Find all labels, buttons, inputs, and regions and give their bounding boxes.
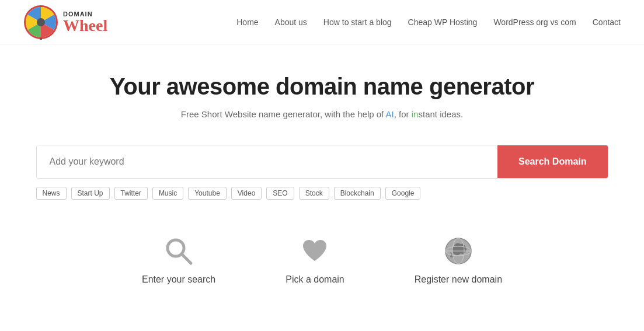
nav-hosting[interactable]: Cheap WP Hosting — [408, 18, 478, 27]
subheadline-suffix: , for — [394, 109, 412, 119]
keyword-tag[interactable]: Start Up — [71, 187, 110, 200]
search-bar: Search Domain — [36, 145, 608, 179]
main-nav: Home About us How to start a blog Cheap … — [236, 18, 621, 27]
keyword-tag[interactable]: Music — [152, 187, 183, 200]
svg-line-5 — [182, 254, 191, 263]
search-container: Search Domain — [36, 145, 608, 179]
nav-wordpress[interactable]: WordPress org vs com — [493, 18, 576, 27]
keyword-tag[interactable]: Blockchain — [334, 187, 381, 200]
feature-pick-label: Pick a domain — [286, 274, 344, 285]
header: DOMAIN Wheel Home About us How to start … — [0, 0, 644, 44]
globe-icon — [442, 235, 475, 267]
subheadline-prefix: Free Short Website name generator, with … — [181, 109, 386, 119]
subheadline-for: in — [412, 109, 419, 119]
nav-home[interactable]: Home — [236, 18, 258, 27]
main-content: Your awesome domain name generator Free … — [0, 44, 644, 308]
search-input[interactable] — [37, 145, 498, 178]
features-section: Enter your search Pick a domain — [142, 235, 502, 285]
keyword-tag[interactable]: Google — [385, 187, 421, 200]
page-headline: Your awesome domain name generator — [110, 74, 534, 100]
nav-about[interactable]: About us — [275, 18, 307, 27]
logo-area: DOMAIN Wheel — [23, 5, 107, 40]
keyword-tag[interactable]: News — [36, 187, 67, 200]
keyword-tag[interactable]: SEO — [266, 187, 294, 200]
keyword-tag[interactable]: Twitter — [114, 187, 148, 200]
feature-register-label: Register new domain — [415, 274, 502, 285]
keyword-tags: NewsStart UpTwitterMusicYoutubeVideoSEOS… — [36, 187, 608, 200]
keyword-tag[interactable]: Video — [231, 187, 262, 200]
keyword-tag[interactable]: Stock — [299, 187, 329, 200]
keyword-tag[interactable]: Youtube — [188, 187, 227, 200]
search-domain-button[interactable]: Search Domain — [497, 145, 607, 178]
subheadline-ai: AI — [386, 109, 394, 119]
svg-point-2 — [37, 18, 45, 26]
logo-icon — [23, 5, 58, 40]
feature-search: Enter your search — [142, 235, 215, 285]
logo-text-stack: DOMAIN Wheel — [63, 11, 107, 34]
page-subheadline: Free Short Website name generator, with … — [181, 108, 463, 121]
feature-register: Register new domain — [415, 235, 502, 285]
logo-wheel-text: Wheel — [63, 18, 107, 34]
heart-icon — [298, 235, 331, 267]
nav-blog[interactable]: How to start a blog — [323, 18, 392, 27]
nav-contact[interactable]: Contact — [593, 18, 621, 27]
search-icon — [162, 235, 195, 267]
feature-pick: Pick a domain — [286, 235, 344, 285]
feature-search-label: Enter your search — [142, 274, 215, 285]
subheadline-stant: stant ideas. — [418, 109, 463, 119]
